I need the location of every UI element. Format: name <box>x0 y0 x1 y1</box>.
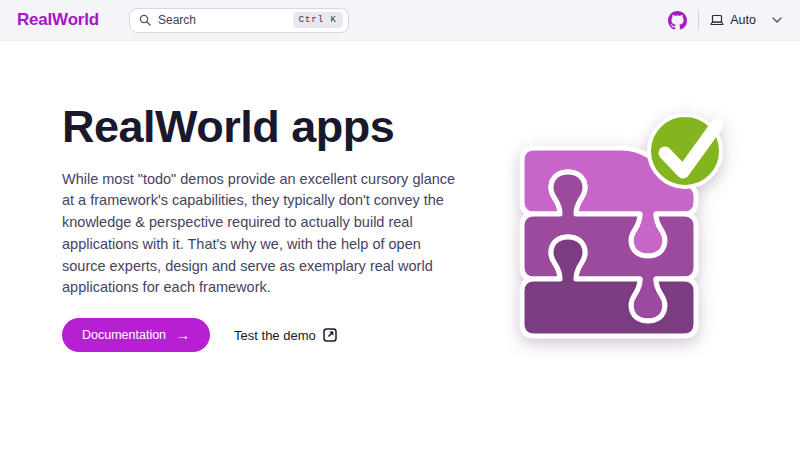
arrow-right-icon: → <box>176 328 190 342</box>
hero-description: While most "todo" demos provide an excel… <box>62 169 468 300</box>
search-input[interactable]: Search Ctrl K <box>129 8 349 33</box>
chevron-down-icon <box>772 17 782 23</box>
hero-actions: Documentation → Test the demo <box>62 318 474 352</box>
puzzle-logo-illustration <box>518 96 750 348</box>
test-demo-label: Test the demo <box>234 328 316 343</box>
theme-selector[interactable]: Auto <box>710 13 782 27</box>
site-header: RealWorld Search Ctrl K Auto <box>0 0 800 41</box>
header-divider <box>698 10 699 30</box>
header-actions: Auto <box>668 10 782 30</box>
search-placeholder: Search <box>158 13 286 27</box>
checkmark-badge <box>649 115 721 187</box>
external-link-icon <box>323 328 337 342</box>
puzzle-pieces-graphic <box>518 96 750 348</box>
documentation-button-label: Documentation <box>82 328 166 342</box>
laptop-icon <box>710 14 724 26</box>
theme-selector-label: Auto <box>730 13 756 27</box>
github-icon <box>668 11 687 30</box>
site-logo[interactable]: RealWorld <box>17 10 99 30</box>
documentation-button[interactable]: Documentation → <box>62 318 210 352</box>
search-icon <box>139 14 151 26</box>
test-demo-link[interactable]: Test the demo <box>234 328 337 343</box>
hero-section: RealWorld apps While most "todo" demos p… <box>0 41 800 450</box>
search-shortcut-badge: Ctrl K <box>293 12 343 28</box>
page-title: RealWorld apps <box>62 102 474 152</box>
github-link[interactable] <box>668 11 687 30</box>
